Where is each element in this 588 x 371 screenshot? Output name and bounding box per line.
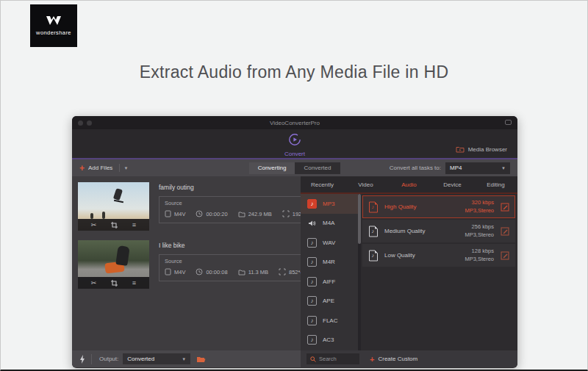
- effects-icon[interactable]: ≡: [132, 222, 136, 228]
- tab-converting[interactable]: Converting: [249, 162, 295, 174]
- aiff-note-icon: ♪: [307, 277, 317, 287]
- wondershare-logo-text: wondershare: [36, 29, 71, 36]
- edit-icon[interactable]: [501, 251, 509, 260]
- divider: [119, 164, 120, 172]
- media-browser-folder-icon: [456, 145, 465, 153]
- format-label: MP3: [323, 201, 334, 207]
- feedback-icon[interactable]: [505, 120, 512, 125]
- format-label: WAV: [323, 239, 335, 246]
- format-label: M4A: [323, 220, 334, 226]
- video-thumbnail: ✂ ≡: [78, 182, 149, 231]
- scrollbar-thumb[interactable]: [358, 194, 361, 244]
- search-box[interactable]: [306, 353, 359, 364]
- file-size: 11.3 MB: [248, 269, 268, 275]
- high-speed-icon[interactable]: [79, 355, 85, 364]
- svg-text:♪: ♪: [372, 204, 375, 209]
- file-item[interactable]: ✂ ≡ I like bike Source: [78, 240, 295, 289]
- convert-play-icon: [288, 133, 301, 146]
- format-item-mp3[interactable]: ♪ MP3: [301, 194, 361, 214]
- tab-editing[interactable]: Editing: [474, 176, 517, 192]
- tab-video[interactable]: Video: [344, 176, 387, 192]
- tab-audio[interactable]: Audio: [387, 176, 431, 192]
- scrollbar[interactable]: [358, 194, 361, 350]
- quality-spec: MP3,Stereo: [465, 231, 494, 239]
- svg-text:♪: ♪: [372, 228, 375, 234]
- crop-icon[interactable]: [111, 222, 118, 228]
- quality-spec: MP3,Stereo: [465, 256, 494, 263]
- page: wondershare Extract Audio from Any Media…: [0, 0, 588, 371]
- tab-recently[interactable]: Recently: [301, 176, 344, 192]
- audio-file-icon: ♪: [368, 250, 379, 262]
- format-item-wav[interactable]: ♪ WAV: [301, 233, 361, 253]
- format-item-ac3[interactable]: ♪ AC3: [301, 331, 361, 350]
- add-files-button[interactable]: + Add Files ▼: [79, 164, 128, 172]
- file-size-icon: [238, 211, 245, 217]
- format-label: AC3: [323, 336, 334, 343]
- quality-label: Low Quality: [384, 252, 465, 259]
- output-label: Output:: [99, 356, 118, 362]
- chevron-down-icon[interactable]: ▼: [123, 166, 128, 170]
- search-icon: [310, 356, 316, 362]
- trim-icon[interactable]: ✂: [91, 280, 97, 287]
- format-item-flac[interactable]: ♪ FLAC: [301, 311, 361, 331]
- quality-list: ♪ High Quality 320 kbps MP3,Stereo: [361, 194, 517, 350]
- chevron-down-icon: ▼: [182, 357, 186, 361]
- duration-icon: [196, 210, 203, 217]
- mp3-note-icon: ♪: [307, 199, 317, 209]
- resolution-icon: [279, 268, 286, 275]
- thumbnail-toolbar: ✂ ≡: [78, 219, 149, 231]
- media-browser-button[interactable]: Media Browser: [456, 145, 507, 153]
- wondershare-logo: wondershare: [30, 4, 77, 47]
- tab-convert[interactable]: Convert: [284, 133, 305, 157]
- format-item-aiff[interactable]: ♪ AIFF: [301, 272, 361, 292]
- output-folder-select[interactable]: Converted ▼: [123, 353, 190, 364]
- edit-icon[interactable]: [501, 227, 509, 236]
- format-item-m4a[interactable]: M4A: [301, 214, 361, 234]
- chevron-down-icon: ▼: [501, 166, 506, 170]
- window-title: VideoConverterPro: [72, 120, 517, 126]
- window-footer: Output: Converted ▼ +: [72, 350, 517, 367]
- file-format-icon: [165, 268, 171, 275]
- quality-item-low[interactable]: ♪ Low Quality 128 kbps MP3,Stereo: [362, 244, 515, 267]
- audio-format-list: ♪ MP3 M4A ♪ WAV: [301, 194, 361, 350]
- file-list-panel: ✂ ≡ family outing Source: [72, 176, 301, 350]
- quality-bitrate: 256 kbps: [465, 223, 494, 231]
- add-files-label: Add Files: [88, 165, 112, 171]
- quality-label: Medium Quality: [384, 228, 465, 234]
- effects-icon[interactable]: ≡: [132, 280, 136, 287]
- convert-all-label: Convert all tasks to:: [390, 165, 441, 171]
- file-size-icon: [238, 269, 245, 275]
- format-item-m4r[interactable]: ♪ M4R: [301, 253, 361, 273]
- create-custom-button[interactable]: + Create Custom: [370, 356, 417, 363]
- quality-item-high[interactable]: ♪ High Quality 320 kbps MP3,Stereo: [362, 195, 515, 218]
- file-format: M4V: [174, 211, 185, 217]
- open-folder-icon[interactable]: [196, 356, 206, 363]
- file-format-icon: [165, 210, 171, 217]
- crop-icon[interactable]: [111, 280, 118, 287]
- converting-converted-tabs: Converting Converted: [249, 162, 340, 174]
- convert-all-group: Convert all tasks to: MP4 ▼: [390, 162, 510, 174]
- search-input[interactable]: [319, 356, 356, 362]
- format-item-ape[interactable]: ♪ APE: [301, 292, 361, 311]
- source-info-box: Source M4V 00:00:08 11.3 MB 852*480: [159, 254, 315, 281]
- window-header: Convert Media Browser: [72, 129, 517, 159]
- file-title: I like bike: [159, 242, 315, 249]
- speaker-icon: [307, 218, 317, 228]
- flac-note-icon: ♪: [307, 316, 317, 325]
- format-label: M4R: [323, 259, 335, 265]
- create-custom-label: Create Custom: [378, 356, 417, 362]
- tab-device[interactable]: Device: [431, 176, 474, 192]
- edit-icon[interactable]: [501, 203, 509, 212]
- app-window: VideoConverterPro Convert Media Browser: [72, 116, 517, 368]
- video-thumbnail: ✂ ≡: [78, 240, 149, 289]
- format-label: APE: [323, 298, 334, 304]
- duration-icon: [196, 268, 203, 275]
- trim-icon[interactable]: ✂: [91, 222, 97, 228]
- file-item[interactable]: ✂ ≡ family outing Source: [78, 182, 295, 231]
- page-title: Extract Audio from Any Media File in HD: [1, 62, 587, 82]
- output-format-select[interactable]: MP4 ▼: [445, 162, 510, 174]
- plus-icon: +: [370, 356, 374, 363]
- media-browser-label: Media Browser: [468, 146, 507, 153]
- quality-item-medium[interactable]: ♪ Medium Quality 256 kbps MP3,Stereo: [362, 220, 515, 242]
- tab-converted[interactable]: Converted: [295, 162, 340, 174]
